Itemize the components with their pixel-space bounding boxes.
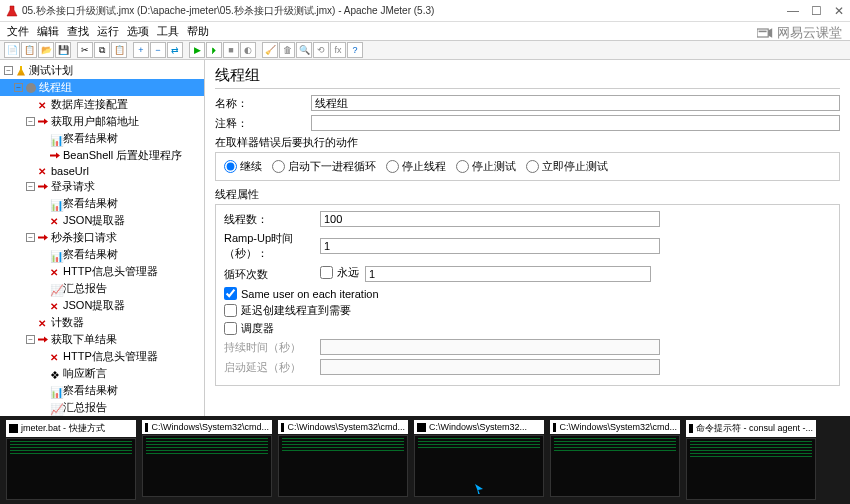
config-icon: ✕	[50, 267, 60, 277]
thread-props-label: 线程属性	[215, 187, 840, 202]
save-button[interactable]: 💾	[55, 42, 71, 58]
tree-item[interactable]: −获取下单结果	[0, 331, 204, 348]
duration-input[interactable]	[320, 339, 660, 355]
tree-item[interactable]: 📊察看结果树	[0, 195, 204, 212]
new-button[interactable]: 📄	[4, 42, 20, 58]
tree-item[interactable]: 📈汇总报告	[0, 280, 204, 297]
tree-item[interactable]: ✕baseUrl	[0, 164, 204, 178]
tree-item[interactable]: ✕HTTP信息头管理器	[0, 348, 204, 365]
tree-root[interactable]: −测试计划	[0, 62, 204, 79]
test-plan-tree[interactable]: −测试计划 −线程组 ✕数据库连接配置 −获取用户邮箱地址 📊察看结果树 Bea…	[0, 60, 205, 416]
task-item[interactable]: 命令提示符 - consul agent -...	[686, 420, 816, 500]
threads-input[interactable]	[320, 211, 660, 227]
tree-item[interactable]: ✕数据库连接配置	[0, 96, 204, 113]
task-thumbnail	[6, 438, 136, 500]
help-button[interactable]: ?	[347, 42, 363, 58]
reset-search-button[interactable]: ⟲	[313, 42, 329, 58]
task-item[interactable]: C:\Windows\System32...	[414, 420, 544, 497]
tree-item[interactable]: ✕计数器	[0, 314, 204, 331]
sampler-icon	[50, 151, 60, 161]
task-item[interactable]: C:\Windows\System32\cmd...	[550, 420, 680, 497]
copy-button[interactable]: ⧉	[94, 42, 110, 58]
gear-icon	[26, 83, 36, 93]
task-item[interactable]: jmeter.bat - 快捷方式	[6, 420, 136, 500]
shutdown-button[interactable]: ◐	[240, 42, 256, 58]
tree-item[interactable]: 📊察看结果树	[0, 382, 204, 399]
delay-create-check[interactable]: 延迟创建线程直到需要	[224, 303, 831, 318]
function-helper-button[interactable]: fx	[330, 42, 346, 58]
tree-thread-group[interactable]: −线程组	[0, 79, 204, 96]
templates-button[interactable]: 📋	[21, 42, 37, 58]
menu-run[interactable]: 运行	[94, 23, 122, 40]
minimize-button[interactable]: —	[787, 4, 799, 18]
tree-icon: 📊	[50, 199, 60, 209]
flask-icon	[16, 66, 26, 76]
tree-item[interactable]: ✕HTTP信息头管理器	[0, 263, 204, 280]
menu-edit[interactable]: 编辑	[34, 23, 62, 40]
maximize-button[interactable]: ☐	[811, 4, 822, 18]
tree-item[interactable]: 📊察看结果树	[0, 246, 204, 263]
svg-rect-1	[759, 31, 767, 33]
sampler-icon	[38, 182, 48, 192]
sampler-icon	[38, 335, 48, 345]
task-thumbnail	[142, 435, 272, 497]
tree-item[interactable]: −获取用户邮箱地址	[0, 113, 204, 130]
taskbar: jmeter.bat - 快捷方式 C:\Windows\System32\cm…	[0, 416, 850, 504]
search-button[interactable]: 🔍	[296, 42, 312, 58]
sampler-icon	[38, 233, 48, 243]
config-icon: ✕	[50, 352, 60, 362]
clear-all-button[interactable]: 🗑	[279, 42, 295, 58]
menu-file[interactable]: 文件	[4, 23, 32, 40]
menu-options[interactable]: 选项	[124, 23, 152, 40]
menu-search[interactable]: 查找	[64, 23, 92, 40]
clear-button[interactable]: 🧹	[262, 42, 278, 58]
collapse-button[interactable]: −	[150, 42, 166, 58]
name-input[interactable]	[311, 95, 840, 111]
comment-label: 注释：	[215, 116, 311, 131]
loop-forever-check[interactable]: 永远	[320, 265, 359, 280]
tree-item[interactable]: −登录请求	[0, 178, 204, 195]
open-button[interactable]: 📂	[38, 42, 54, 58]
toggle-button[interactable]: ⇄	[167, 42, 183, 58]
comment-input[interactable]	[311, 115, 840, 131]
radio-stop-thread[interactable]: 停止线程	[386, 159, 446, 174]
tree-item[interactable]: ❖响应断言	[0, 365, 204, 382]
paste-button[interactable]: 📋	[111, 42, 127, 58]
task-item[interactable]: C:\Windows\System32\cmd...	[142, 420, 272, 497]
task-thumbnail	[278, 435, 408, 497]
menu-help[interactable]: 帮助	[184, 23, 212, 40]
radio-stop-test[interactable]: 停止测试	[456, 159, 516, 174]
radio-continue[interactable]: 继续	[224, 159, 262, 174]
config-icon: ✕	[38, 100, 48, 110]
ramp-input[interactable]	[320, 238, 660, 254]
close-button[interactable]: ✕	[834, 4, 844, 18]
tree-item[interactable]: ✕JSON提取器	[0, 297, 204, 314]
expand-button[interactable]: +	[133, 42, 149, 58]
config-icon: ✕	[38, 166, 48, 176]
radio-next-loop[interactable]: 启动下一进程循环	[272, 159, 376, 174]
tree-item[interactable]: 📈汇总报告	[0, 399, 204, 416]
tree-item[interactable]: 📊察看结果树	[0, 130, 204, 147]
cmd-icon	[689, 424, 693, 433]
start-button[interactable]: ▶	[189, 42, 205, 58]
tree-item[interactable]: ✕JSON提取器	[0, 212, 204, 229]
menu-tools[interactable]: 工具	[154, 23, 182, 40]
panel-heading: 线程组	[215, 66, 840, 89]
stop-button[interactable]: ■	[223, 42, 239, 58]
tree-icon: 📊	[50, 134, 60, 144]
startup-delay-input[interactable]	[320, 359, 660, 375]
task-item[interactable]: C:\Windows\System32\cmd...	[278, 420, 408, 497]
tree-item[interactable]: −秒杀接口请求	[0, 229, 204, 246]
same-user-check[interactable]: Same user on each iteration	[224, 287, 831, 300]
loop-input[interactable]	[365, 266, 651, 282]
task-thumbnail	[414, 435, 544, 497]
cut-button[interactable]: ✂	[77, 42, 93, 58]
cmd-icon	[9, 424, 18, 433]
scheduler-check[interactable]: 调度器	[224, 321, 831, 336]
tree-item[interactable]: BeanShell 后置处理程序	[0, 147, 204, 164]
start-no-pause-button[interactable]: ⏵	[206, 42, 222, 58]
tree-icon: 📊	[50, 386, 60, 396]
radio-stop-now[interactable]: 立即停止测试	[526, 159, 608, 174]
sampler-error-label: 在取样器错误后要执行的动作	[215, 135, 840, 150]
threads-label: 线程数：	[224, 212, 320, 227]
